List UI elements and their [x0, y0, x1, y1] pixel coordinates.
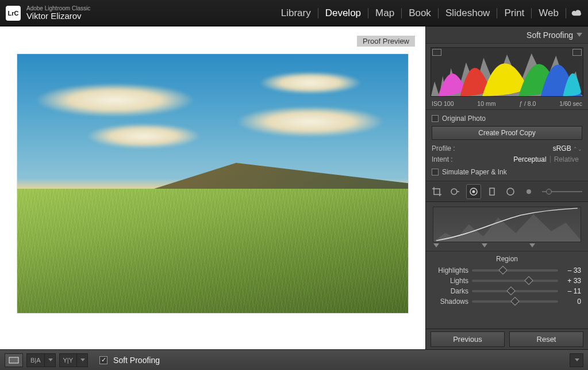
exif-iso: ISO 100: [432, 100, 454, 107]
toolbar-options-dropdown[interactable]: [570, 353, 583, 367]
spot-tool[interactable]: [448, 184, 463, 199]
module-web[interactable]: Web: [532, 5, 566, 21]
cloud-sync-icon[interactable]: [571, 9, 582, 17]
tone-curve[interactable]: [433, 207, 581, 242]
curve-split-1[interactable]: [433, 243, 439, 247]
region-heading: Region: [433, 255, 581, 263]
module-picker: Library Develop Map Book Slideshow Print…: [274, 5, 582, 21]
grad-tool[interactable]: [485, 184, 499, 199]
profile-row[interactable]: Profile : sRGB ⌃⌄: [432, 144, 582, 152]
view-before-after-lr[interactable]: B|A: [26, 353, 45, 367]
proof-preview-badge: Proof Preview: [357, 36, 415, 47]
slider-shadows[interactable]: Shadows 0: [433, 297, 581, 306]
view-yy-dropdown[interactable]: [77, 353, 88, 367]
view-compare-yy[interactable]: Y|Y: [59, 353, 78, 367]
svg-rect-6: [9, 357, 18, 363]
curve-split-3[interactable]: [529, 243, 535, 247]
app-title-block: Adobe Lightroom Classic Viktor Elizarov: [26, 5, 90, 21]
slider-highlights[interactable]: Highlights – 33: [433, 266, 581, 274]
exif-row: ISO 100 10 mm ƒ / 8.0 1/60 sec: [431, 99, 583, 107]
original-photo-label: Original Photo: [442, 115, 486, 123]
simulate-label: Simulate Paper & Ink: [442, 168, 507, 176]
soft-proof-section: Original Photo Create Proof Copy Profile…: [426, 110, 588, 181]
brush-size-slider[interactable]: [542, 191, 582, 192]
right-panel: Soft Proofing ISO 100 10 mm: [425, 26, 588, 349]
soft-proof-checkbox[interactable]: ✓: [99, 356, 107, 364]
simulate-row[interactable]: Simulate Paper & Ink: [432, 168, 582, 176]
original-photo-checkbox[interactable]: [432, 115, 439, 122]
intent-label: Intent :: [432, 155, 453, 163]
panel-header[interactable]: Soft Proofing: [426, 26, 588, 44]
top-bar: LrC Adobe Lightroom Classic Viktor Eliza…: [0, 0, 588, 26]
exif-focal: 10 mm: [477, 100, 495, 107]
exif-aperture: ƒ / 8.0: [519, 100, 536, 107]
module-slideshow[interactable]: Slideshow: [439, 5, 497, 21]
previous-button[interactable]: Previous: [431, 331, 505, 347]
histogram[interactable]: [431, 47, 583, 97]
bottom-toolbar: B|A Y|Y ✓ Soft Proofing: [0, 349, 588, 370]
main-area: Proof Preview Soft Proofing: [0, 26, 588, 349]
exif-shutter: 1/60 sec: [559, 100, 582, 107]
tool-strip: [426, 181, 588, 202]
module-book[interactable]: Book: [402, 5, 438, 21]
region-section: Region Highlights – 33 Lights + 33 Darks…: [426, 251, 588, 314]
module-map[interactable]: Map: [368, 5, 401, 21]
original-photo-row[interactable]: Original Photo: [432, 115, 582, 123]
curve-split-2[interactable]: [482, 243, 487, 247]
brush-tool[interactable]: [521, 184, 536, 199]
view-loupe[interactable]: [5, 353, 23, 367]
preview-image: [17, 54, 408, 313]
user-name: Viktor Elizarov: [26, 12, 90, 21]
svg-point-2: [472, 190, 475, 193]
reset-button[interactable]: Reset: [509, 331, 583, 347]
slider-lights[interactable]: Lights + 33: [433, 277, 581, 285]
create-proof-copy-button[interactable]: Create Proof Copy: [432, 126, 582, 140]
panel-collapse-icon: [577, 33, 582, 37]
app-logo: LrC: [6, 6, 21, 21]
intent-relative[interactable]: Relative: [551, 155, 582, 163]
simulate-checkbox[interactable]: [432, 169, 439, 176]
svg-point-0: [451, 189, 457, 194]
image-canvas[interactable]: Proof Preview: [0, 26, 425, 349]
tone-curve-section: [426, 202, 588, 251]
profile-label: Profile :: [432, 144, 455, 152]
view-ba-dropdown[interactable]: [45, 353, 56, 367]
module-print[interactable]: Print: [497, 5, 531, 21]
soft-proof-label: Soft Proofing: [113, 356, 160, 365]
svg-rect-3: [490, 188, 494, 195]
svg-point-4: [507, 188, 514, 195]
profile-value: sRGB: [553, 144, 571, 152]
redeye-tool[interactable]: [466, 184, 481, 199]
radial-tool[interactable]: [503, 184, 518, 199]
intent-row: Intent : Perceptual Relative: [432, 155, 582, 163]
module-develop[interactable]: Develop: [318, 5, 368, 21]
histogram-section: ISO 100 10 mm ƒ / 8.0 1/60 sec: [426, 44, 588, 110]
svg-point-5: [526, 189, 531, 194]
crop-tool[interactable]: [429, 184, 444, 199]
module-library[interactable]: Library: [274, 5, 318, 21]
panel-title: Soft Proofing: [526, 30, 573, 40]
intent-perceptual[interactable]: Perceptual: [510, 155, 549, 163]
panel-footer-buttons: Previous Reset: [426, 329, 588, 349]
slider-darks[interactable]: Darks – 11: [433, 287, 581, 295]
